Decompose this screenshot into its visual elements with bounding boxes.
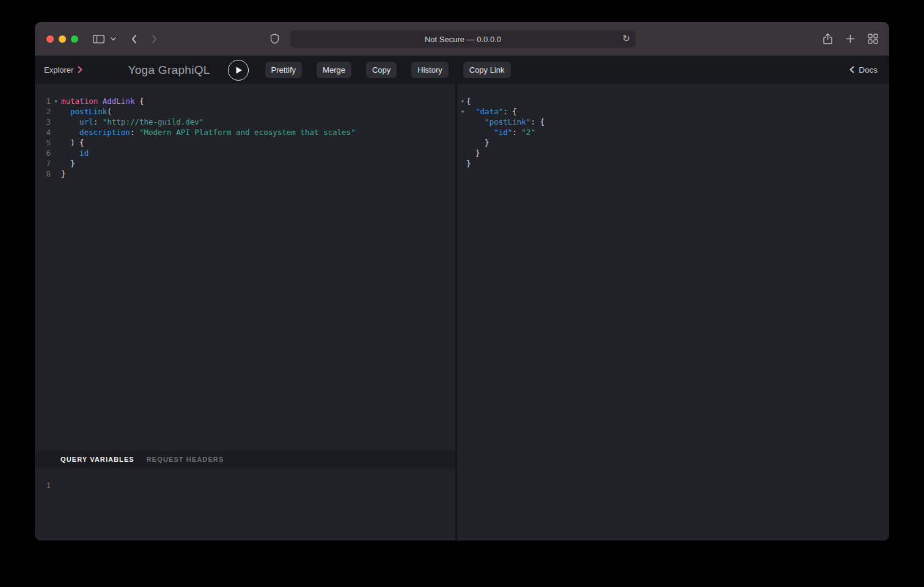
code-text: mutation AddLink { <box>61 96 144 106</box>
prettify-button[interactable]: Prettify <box>265 62 302 78</box>
toolbar-buttons: Prettify Merge Copy History Copy Link <box>265 62 511 78</box>
zoom-window-button[interactable] <box>71 35 78 43</box>
code-text: } <box>466 148 480 158</box>
code-text: postLink( <box>61 106 112 117</box>
address-bar-text: Not Secure — 0.0.0.0 <box>425 35 501 44</box>
chevron-left-icon <box>849 65 854 76</box>
editor-pane: 1▾mutation AddLink {2 postLink(3 url: "h… <box>35 84 457 541</box>
tab-query-variables[interactable]: QUERY VARIABLES <box>61 456 134 463</box>
line-number: 2 <box>35 106 51 117</box>
fold-gutter <box>51 148 61 158</box>
explorer-toggle[interactable]: Explorer <box>44 65 82 76</box>
history-button[interactable]: History <box>411 62 448 78</box>
sidebar-toggle-icon[interactable] <box>93 35 105 43</box>
query-variables-editor[interactable]: 1 <box>35 468 455 541</box>
code-line: "id": "2" <box>459 127 889 137</box>
code-text: description: "Modern API Platform and ec… <box>61 127 356 137</box>
code-line: } <box>459 158 889 169</box>
line-number: 7 <box>35 158 51 169</box>
close-window-button[interactable] <box>46 35 54 43</box>
code-text: } <box>61 158 75 169</box>
fold-arrow-icon[interactable]: ▾ <box>51 96 61 106</box>
variables-tab-bar: QUERY VARIABLES REQUEST HEADERS <box>35 451 455 468</box>
fold-gutter <box>459 148 466 158</box>
code-text: } <box>61 169 66 179</box>
execute-query-button[interactable] <box>228 60 249 81</box>
chevron-right-icon <box>78 65 82 76</box>
code-line: 6 id <box>35 148 455 158</box>
fold-arrow-icon[interactable]: ▾ <box>459 96 466 106</box>
line-number: 1 <box>35 480 51 490</box>
forward-icon[interactable] <box>152 34 158 44</box>
code-line: } <box>459 148 889 158</box>
line-number: 3 <box>35 117 51 127</box>
reload-icon[interactable]: ↻ <box>622 33 630 44</box>
code-line: 8} <box>35 169 455 179</box>
code-line: 4 description: "Modern API Platform and … <box>35 127 455 137</box>
tab-request-headers[interactable]: REQUEST HEADERS <box>147 456 224 463</box>
minimize-window-button[interactable] <box>59 35 66 43</box>
new-tab-icon[interactable] <box>846 34 855 43</box>
code-text: "data": { <box>466 106 517 117</box>
code-line: 2 postLink( <box>35 106 455 117</box>
fold-gutter <box>51 106 61 117</box>
code-line: 7 } <box>35 158 455 169</box>
line-number: 5 <box>35 137 51 148</box>
code-line: 1 <box>35 480 455 490</box>
docs-toggle[interactable]: Docs <box>849 65 878 76</box>
response-viewer: ▾{▾ "data": { "postLink": { "id": "2" } … <box>457 84 889 541</box>
fold-arrow-icon[interactable]: ▾ <box>459 106 466 117</box>
fold-gutter <box>459 158 466 169</box>
code-line: 3 url: "http://the-guild.dev" <box>35 117 455 127</box>
code-line: 1▾mutation AddLink { <box>35 96 455 106</box>
fold-gutter <box>459 117 466 127</box>
fold-gutter <box>51 117 61 127</box>
copy-button[interactable]: Copy <box>366 62 397 78</box>
yoga-graphiql-logo: Yoga GraphiQL <box>128 64 210 77</box>
query-editor[interactable]: 1▾mutation AddLink {2 postLink(3 url: "h… <box>35 84 455 451</box>
code-text: "id": "2" <box>466 127 535 137</box>
line-number: 8 <box>35 169 51 179</box>
fold-gutter <box>459 137 466 148</box>
code-text: url: "http://the-guild.dev" <box>61 117 204 127</box>
fold-gutter <box>51 137 61 148</box>
play-icon <box>235 66 243 75</box>
line-number: 6 <box>35 148 51 158</box>
code-line: "postLink": { <box>459 117 889 127</box>
back-icon[interactable] <box>131 34 137 44</box>
fold-gutter <box>51 480 61 490</box>
code-text: ) { <box>61 137 84 148</box>
shield-icon[interactable] <box>270 34 279 44</box>
explorer-label: Explorer <box>44 65 73 75</box>
fold-gutter <box>51 127 61 137</box>
code-line: ▾ "data": { <box>459 106 889 117</box>
line-number: 1 <box>35 96 51 106</box>
share-icon[interactable] <box>823 33 833 45</box>
code-text: "postLink": { <box>466 117 544 127</box>
address-bar[interactable]: Not Secure — 0.0.0.0 ↻ <box>290 31 636 48</box>
code-line: } <box>459 137 889 148</box>
main-split: 1▾mutation AddLink {2 postLink(3 url: "h… <box>35 84 889 541</box>
code-text: } <box>466 137 490 148</box>
line-number: 4 <box>35 127 51 137</box>
graphiql-toolbar: Explorer Yoga GraphiQL Prettify Merge Co… <box>35 56 889 84</box>
fold-gutter <box>51 158 61 169</box>
browser-window: Not Secure — 0.0.0.0 ↻ Explorer Yoga Gra… <box>35 22 889 541</box>
copy-link-button[interactable]: Copy Link <box>463 62 511 78</box>
fold-gutter <box>51 169 61 179</box>
code-line: 5 ) { <box>35 137 455 148</box>
docs-label: Docs <box>859 65 878 75</box>
traffic-lights <box>46 35 78 43</box>
code-text: id <box>61 148 89 158</box>
code-line: ▾{ <box>459 96 889 106</box>
fold-gutter <box>459 127 466 137</box>
code-text: { <box>466 96 471 106</box>
merge-button[interactable]: Merge <box>317 62 351 78</box>
browser-chrome: Not Secure — 0.0.0.0 ↻ <box>35 22 889 56</box>
chevron-down-icon[interactable] <box>111 37 116 41</box>
tab-overview-icon[interactable] <box>868 34 878 44</box>
code-text: } <box>466 158 471 169</box>
